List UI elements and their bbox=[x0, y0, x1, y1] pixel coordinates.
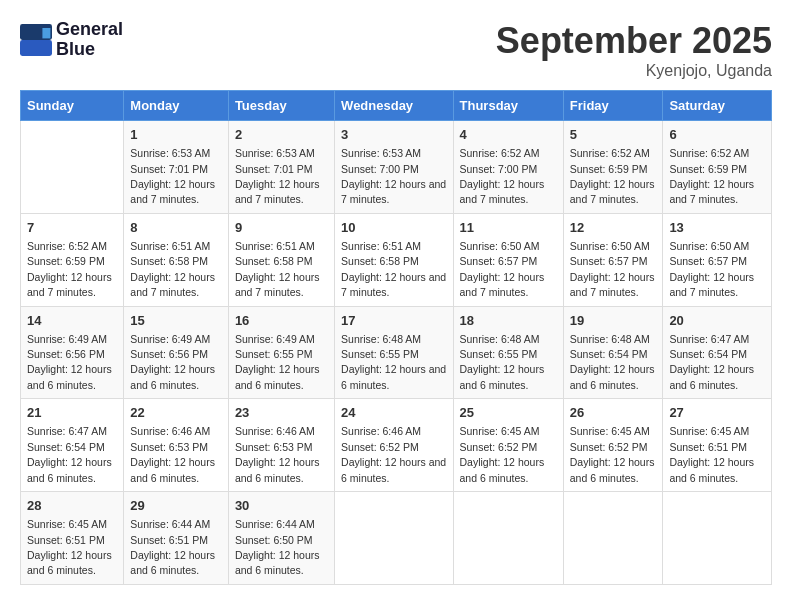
day-number: 3 bbox=[341, 126, 446, 144]
header: General Blue September 2025 Kyenjojo, Ug… bbox=[20, 20, 772, 80]
day-number: 15 bbox=[130, 312, 222, 330]
calendar-cell: 12Sunrise: 6:50 AMSunset: 6:57 PMDayligh… bbox=[563, 213, 663, 306]
day-number: 6 bbox=[669, 126, 765, 144]
calendar-cell bbox=[453, 492, 563, 585]
logo: General Blue bbox=[20, 20, 123, 60]
day-number: 11 bbox=[460, 219, 557, 237]
cell-content: Sunrise: 6:49 AMSunset: 6:56 PMDaylight:… bbox=[130, 333, 215, 391]
cell-content: Sunrise: 6:45 AMSunset: 6:52 PMDaylight:… bbox=[570, 425, 655, 483]
logo-line1: General bbox=[56, 20, 123, 40]
cell-content: Sunrise: 6:52 AMSunset: 6:59 PMDaylight:… bbox=[669, 147, 754, 205]
calendar-cell: 30Sunrise: 6:44 AMSunset: 6:50 PMDayligh… bbox=[228, 492, 334, 585]
day-number: 23 bbox=[235, 404, 328, 422]
cell-content: Sunrise: 6:45 AMSunset: 6:52 PMDaylight:… bbox=[460, 425, 545, 483]
calendar-cell: 6Sunrise: 6:52 AMSunset: 6:59 PMDaylight… bbox=[663, 121, 772, 214]
cell-content: Sunrise: 6:52 AMSunset: 6:59 PMDaylight:… bbox=[570, 147, 655, 205]
cell-content: Sunrise: 6:45 AMSunset: 6:51 PMDaylight:… bbox=[27, 518, 112, 576]
cell-content: Sunrise: 6:48 AMSunset: 6:55 PMDaylight:… bbox=[341, 333, 446, 391]
day-number: 9 bbox=[235, 219, 328, 237]
day-header-wednesday: Wednesday bbox=[335, 91, 453, 121]
calendar-cell: 22Sunrise: 6:46 AMSunset: 6:53 PMDayligh… bbox=[124, 399, 229, 492]
calendar-cell: 11Sunrise: 6:50 AMSunset: 6:57 PMDayligh… bbox=[453, 213, 563, 306]
day-number: 20 bbox=[669, 312, 765, 330]
cell-content: Sunrise: 6:48 AMSunset: 6:54 PMDaylight:… bbox=[570, 333, 655, 391]
calendar-cell: 17Sunrise: 6:48 AMSunset: 6:55 PMDayligh… bbox=[335, 306, 453, 399]
day-number: 1 bbox=[130, 126, 222, 144]
cell-content: Sunrise: 6:53 AMSunset: 7:00 PMDaylight:… bbox=[341, 147, 446, 205]
calendar-cell: 8Sunrise: 6:51 AMSunset: 6:58 PMDaylight… bbox=[124, 213, 229, 306]
svg-marker-2 bbox=[42, 28, 50, 38]
calendar-cell: 20Sunrise: 6:47 AMSunset: 6:54 PMDayligh… bbox=[663, 306, 772, 399]
cell-content: Sunrise: 6:46 AMSunset: 6:52 PMDaylight:… bbox=[341, 425, 446, 483]
week-row-5: 28Sunrise: 6:45 AMSunset: 6:51 PMDayligh… bbox=[21, 492, 772, 585]
cell-content: Sunrise: 6:51 AMSunset: 6:58 PMDaylight:… bbox=[235, 240, 320, 298]
day-header-tuesday: Tuesday bbox=[228, 91, 334, 121]
day-number: 13 bbox=[669, 219, 765, 237]
calendar-cell: 28Sunrise: 6:45 AMSunset: 6:51 PMDayligh… bbox=[21, 492, 124, 585]
calendar-cell: 13Sunrise: 6:50 AMSunset: 6:57 PMDayligh… bbox=[663, 213, 772, 306]
day-number: 21 bbox=[27, 404, 117, 422]
day-number: 2 bbox=[235, 126, 328, 144]
day-number: 25 bbox=[460, 404, 557, 422]
day-number: 24 bbox=[341, 404, 446, 422]
logo-line2: Blue bbox=[56, 40, 123, 60]
week-row-1: 1Sunrise: 6:53 AMSunset: 7:01 PMDaylight… bbox=[21, 121, 772, 214]
calendar-cell: 5Sunrise: 6:52 AMSunset: 6:59 PMDaylight… bbox=[563, 121, 663, 214]
day-number: 4 bbox=[460, 126, 557, 144]
day-number: 16 bbox=[235, 312, 328, 330]
calendar-table: SundayMondayTuesdayWednesdayThursdayFrid… bbox=[20, 90, 772, 585]
day-number: 28 bbox=[27, 497, 117, 515]
calendar-cell bbox=[563, 492, 663, 585]
calendar-cell: 10Sunrise: 6:51 AMSunset: 6:58 PMDayligh… bbox=[335, 213, 453, 306]
cell-content: Sunrise: 6:53 AMSunset: 7:01 PMDaylight:… bbox=[130, 147, 215, 205]
week-row-3: 14Sunrise: 6:49 AMSunset: 6:56 PMDayligh… bbox=[21, 306, 772, 399]
calendar-cell: 23Sunrise: 6:46 AMSunset: 6:53 PMDayligh… bbox=[228, 399, 334, 492]
day-number: 14 bbox=[27, 312, 117, 330]
calendar-cell: 27Sunrise: 6:45 AMSunset: 6:51 PMDayligh… bbox=[663, 399, 772, 492]
cell-content: Sunrise: 6:47 AMSunset: 6:54 PMDaylight:… bbox=[669, 333, 754, 391]
week-row-2: 7Sunrise: 6:52 AMSunset: 6:59 PMDaylight… bbox=[21, 213, 772, 306]
calendar-cell: 19Sunrise: 6:48 AMSunset: 6:54 PMDayligh… bbox=[563, 306, 663, 399]
logo-text: General Blue bbox=[56, 20, 123, 60]
cell-content: Sunrise: 6:49 AMSunset: 6:56 PMDaylight:… bbox=[27, 333, 112, 391]
cell-content: Sunrise: 6:50 AMSunset: 6:57 PMDaylight:… bbox=[570, 240, 655, 298]
day-number: 18 bbox=[460, 312, 557, 330]
month-title: September 2025 bbox=[496, 20, 772, 62]
day-number: 7 bbox=[27, 219, 117, 237]
header-row: SundayMondayTuesdayWednesdayThursdayFrid… bbox=[21, 91, 772, 121]
calendar-cell: 24Sunrise: 6:46 AMSunset: 6:52 PMDayligh… bbox=[335, 399, 453, 492]
day-number: 26 bbox=[570, 404, 657, 422]
calendar-cell: 29Sunrise: 6:44 AMSunset: 6:51 PMDayligh… bbox=[124, 492, 229, 585]
calendar-cell bbox=[663, 492, 772, 585]
cell-content: Sunrise: 6:46 AMSunset: 6:53 PMDaylight:… bbox=[130, 425, 215, 483]
day-number: 27 bbox=[669, 404, 765, 422]
calendar-cell: 18Sunrise: 6:48 AMSunset: 6:55 PMDayligh… bbox=[453, 306, 563, 399]
day-header-friday: Friday bbox=[563, 91, 663, 121]
day-header-thursday: Thursday bbox=[453, 91, 563, 121]
cell-content: Sunrise: 6:51 AMSunset: 6:58 PMDaylight:… bbox=[341, 240, 446, 298]
calendar-cell: 9Sunrise: 6:51 AMSunset: 6:58 PMDaylight… bbox=[228, 213, 334, 306]
calendar-cell: 4Sunrise: 6:52 AMSunset: 7:00 PMDaylight… bbox=[453, 121, 563, 214]
calendar-cell: 14Sunrise: 6:49 AMSunset: 6:56 PMDayligh… bbox=[21, 306, 124, 399]
day-header-monday: Monday bbox=[124, 91, 229, 121]
day-header-saturday: Saturday bbox=[663, 91, 772, 121]
svg-rect-1 bbox=[20, 40, 52, 56]
day-number: 8 bbox=[130, 219, 222, 237]
calendar-cell: 26Sunrise: 6:45 AMSunset: 6:52 PMDayligh… bbox=[563, 399, 663, 492]
cell-content: Sunrise: 6:48 AMSunset: 6:55 PMDaylight:… bbox=[460, 333, 545, 391]
day-number: 30 bbox=[235, 497, 328, 515]
cell-content: Sunrise: 6:45 AMSunset: 6:51 PMDaylight:… bbox=[669, 425, 754, 483]
cell-content: Sunrise: 6:52 AMSunset: 7:00 PMDaylight:… bbox=[460, 147, 545, 205]
day-number: 12 bbox=[570, 219, 657, 237]
cell-content: Sunrise: 6:50 AMSunset: 6:57 PMDaylight:… bbox=[669, 240, 754, 298]
cell-content: Sunrise: 6:44 AMSunset: 6:50 PMDaylight:… bbox=[235, 518, 320, 576]
day-header-sunday: Sunday bbox=[21, 91, 124, 121]
calendar-cell: 21Sunrise: 6:47 AMSunset: 6:54 PMDayligh… bbox=[21, 399, 124, 492]
day-number: 17 bbox=[341, 312, 446, 330]
calendar-cell: 25Sunrise: 6:45 AMSunset: 6:52 PMDayligh… bbox=[453, 399, 563, 492]
cell-content: Sunrise: 6:50 AMSunset: 6:57 PMDaylight:… bbox=[460, 240, 545, 298]
calendar-cell: 2Sunrise: 6:53 AMSunset: 7:01 PMDaylight… bbox=[228, 121, 334, 214]
calendar-cell: 1Sunrise: 6:53 AMSunset: 7:01 PMDaylight… bbox=[124, 121, 229, 214]
week-row-4: 21Sunrise: 6:47 AMSunset: 6:54 PMDayligh… bbox=[21, 399, 772, 492]
calendar-cell bbox=[21, 121, 124, 214]
